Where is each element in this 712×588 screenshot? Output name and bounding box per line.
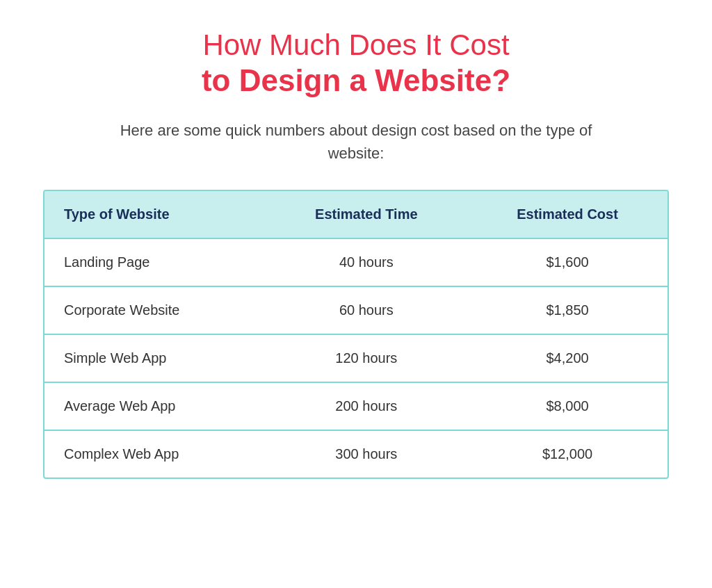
table-row: Landing Page40 hours$1,600 bbox=[44, 238, 668, 286]
cell-cost: $4,200 bbox=[467, 334, 668, 382]
cell-type: Landing Page bbox=[44, 238, 266, 286]
cell-time: 120 hours bbox=[266, 334, 468, 382]
col-header-cost: Estimated Cost bbox=[467, 191, 668, 238]
title-line1: How Much Does It Cost bbox=[202, 28, 510, 63]
subtitle: Here are some quick numbers about design… bbox=[106, 119, 606, 165]
pricing-table-wrapper: Type of Website Estimated Time Estimated… bbox=[43, 190, 669, 479]
cell-type: Complex Web App bbox=[44, 430, 266, 477]
cell-cost: $1,600 bbox=[467, 238, 668, 286]
cell-time: 300 hours bbox=[266, 430, 468, 477]
cell-time: 60 hours bbox=[266, 286, 468, 334]
col-header-type: Type of Website bbox=[44, 191, 266, 238]
pricing-table: Type of Website Estimated Time Estimated… bbox=[44, 191, 668, 477]
cell-cost: $1,850 bbox=[467, 286, 668, 334]
table-row: Corporate Website60 hours$1,850 bbox=[44, 286, 668, 334]
table-row: Simple Web App120 hours$4,200 bbox=[44, 334, 668, 382]
page-container: How Much Does It Cost to Design a Websit… bbox=[43, 28, 669, 479]
title-line2: to Design a Website? bbox=[202, 63, 510, 99]
cell-cost: $8,000 bbox=[467, 382, 668, 430]
table-row: Average Web App200 hours$8,000 bbox=[44, 382, 668, 430]
cell-cost: $12,000 bbox=[467, 430, 668, 477]
cell-time: 40 hours bbox=[266, 238, 468, 286]
cell-time: 200 hours bbox=[266, 382, 468, 430]
cell-type: Average Web App bbox=[44, 382, 266, 430]
title-section: How Much Does It Cost to Design a Websit… bbox=[202, 28, 510, 99]
col-header-time: Estimated Time bbox=[266, 191, 468, 238]
cell-type: Simple Web App bbox=[44, 334, 266, 382]
cell-type: Corporate Website bbox=[44, 286, 266, 334]
table-header-row: Type of Website Estimated Time Estimated… bbox=[44, 191, 668, 238]
table-row: Complex Web App300 hours$12,000 bbox=[44, 430, 668, 477]
